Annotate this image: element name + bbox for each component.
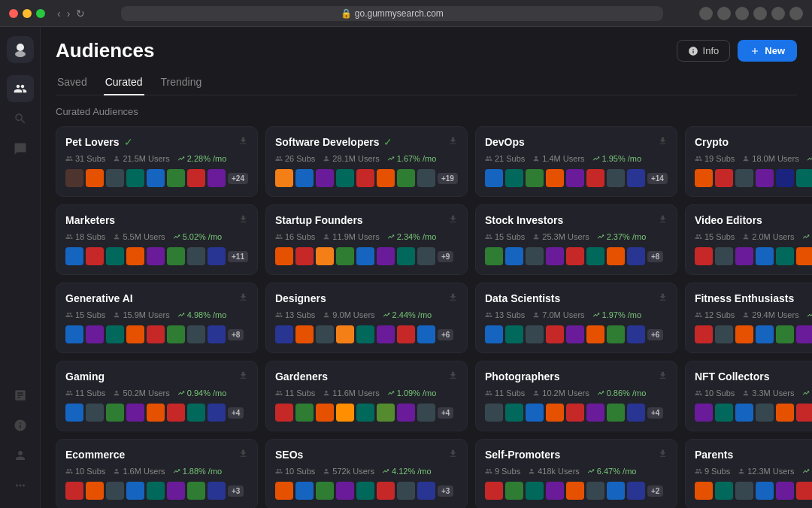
thumb [336, 404, 354, 422]
stat-growth: 1.97% /mo [592, 310, 642, 319]
thumb [377, 247, 395, 265]
card-photographers[interactable]: Photographers 11 Subs 10.2M Users 0.86% … [475, 361, 677, 431]
tab-saved[interactable]: Saved [56, 71, 89, 95]
thumb [695, 169, 713, 187]
sidebar-item-audiences[interactable] [7, 75, 34, 102]
card-seos[interactable]: SEOs 10 Subs 572k Users 4.12% /mo [265, 439, 468, 508]
app-logo[interactable] [7, 36, 34, 63]
forward-icon[interactable]: › [67, 8, 71, 20]
close-window-button[interactable] [9, 9, 18, 18]
card-designers[interactable]: Designers 13 Subs 9.0M Users 2.44% /mo [265, 283, 468, 353]
browser-extension-icon-6[interactable] [789, 7, 803, 20]
card-thumbnails: +8 [65, 325, 248, 343]
card-crypto[interactable]: Crypto 19 Subs 18.0M Users 2.18% /mo [685, 126, 812, 197]
card-export-icon[interactable] [658, 136, 668, 148]
stat-users: 7.0M Users [532, 310, 584, 319]
card-export-icon[interactable] [238, 449, 248, 461]
card-export-icon[interactable] [658, 214, 668, 226]
sidebar-item-more[interactable] [7, 472, 34, 499]
tab-curated[interactable]: Curated [104, 71, 144, 95]
back-icon[interactable]: ‹ [57, 8, 61, 20]
sidebar-item-messages[interactable] [7, 135, 34, 162]
card-export-icon[interactable] [448, 136, 458, 148]
card-thumbnails: +8 [695, 247, 812, 265]
browser-extension-icon-5[interactable] [771, 7, 785, 20]
browser-extension-icon-4[interactable] [753, 7, 767, 20]
card-export-icon[interactable] [658, 449, 668, 461]
card-video-editors[interactable]: Video Editors 15 Subs 2.0M Users 1.85% /… [685, 204, 812, 275]
card-header: Video Editors [695, 214, 812, 226]
sidebar-item-profile[interactable] [7, 442, 34, 469]
card-software-developers[interactable]: Software Developers ✓ 26 Subs 28.1M User… [265, 126, 468, 197]
tab-trending[interactable]: Trending [159, 71, 204, 95]
thumb [397, 482, 415, 500]
browser-extension-icon-2[interactable] [717, 7, 731, 20]
maximize-window-button[interactable] [36, 9, 45, 18]
card-self-promoters[interactable]: Self-Promoters 9 Subs 418k Users 6.47% /… [475, 439, 677, 508]
sidebar-item-analytics[interactable] [7, 382, 34, 409]
card-ecommerce[interactable]: Ecommerce 10 Subs 1.6M Users 1.88% /mo [56, 439, 258, 508]
card-startup-founders[interactable]: Startup Founders 16 Subs 11.9M Users 2.3… [265, 204, 468, 275]
thumb [715, 482, 733, 500]
thumb [756, 169, 774, 187]
info-button[interactable]: Info [677, 40, 731, 62]
thumb [627, 404, 645, 422]
card-export-icon[interactable] [658, 292, 668, 304]
sidebar-item-search[interactable] [7, 105, 34, 132]
browser-extension-icon-3[interactable] [735, 7, 749, 20]
card-stats: 19 Subs 18.0M Users 2.18% /mo [695, 154, 812, 163]
new-button[interactable]: New [738, 40, 797, 62]
card-export-icon[interactable] [238, 370, 248, 383]
stat-subs: 13 Subs [275, 310, 315, 319]
card-title: Video Editors [695, 214, 762, 226]
thumb [336, 482, 354, 500]
thumb [187, 482, 205, 500]
stat-users: 3.3M Users [742, 389, 794, 398]
thumb [106, 325, 124, 343]
browser-extension-icon[interactable] [699, 7, 713, 20]
card-export-icon[interactable] [448, 370, 458, 383]
card-stats: 15 Subs 15.9M Users 4.98% /mo [65, 310, 248, 319]
card-export-icon[interactable] [658, 370, 668, 383]
card-header: Fitness Enthusiasts [695, 292, 812, 304]
card-thumbnails: +6 [275, 325, 458, 343]
card-stock-investors[interactable]: Stock Investors 15 Subs 25.3M Users 2.37… [475, 204, 677, 275]
card-title-row: Gardeners [275, 370, 328, 383]
url-bar[interactable]: 🔒 go.gummysearch.com [121, 6, 663, 21]
card-pet-lovers[interactable]: Pet Lovers ✓ 31 Subs 21.5M Users 2.28% /… [56, 126, 258, 197]
card-export-icon[interactable] [238, 292, 248, 304]
stat-growth: 6.47% /mo [587, 467, 637, 476]
stat-subs: 12 Subs [695, 310, 735, 319]
card-marketers[interactable]: Marketers 18 Subs 5.5M Users 5.02% /mo [56, 204, 258, 275]
card-export-icon[interactable] [448, 449, 458, 461]
thumb [167, 325, 185, 343]
minimize-window-button[interactable] [23, 9, 32, 18]
thumb [586, 325, 604, 343]
card-export-icon[interactable] [238, 214, 248, 226]
card-export-icon[interactable] [448, 214, 458, 226]
thumb [397, 404, 415, 422]
card-title-row: Marketers [65, 214, 115, 226]
stat-users: 18.0M Users [742, 154, 798, 163]
thumb [505, 404, 523, 422]
thumb-more: +6 [647, 329, 663, 340]
card-nft-collectors[interactable]: NFT Collectors 10 Subs 3.3M Users 2.27% … [685, 361, 812, 431]
card-parents[interactable]: Parents 9 Subs 12.3M Users 2.13% /mo [685, 439, 812, 508]
header-actions: Info New [677, 40, 797, 62]
card-stats: 15 Subs 2.0M Users 1.85% /mo [695, 232, 812, 241]
card-export-icon[interactable] [448, 292, 458, 304]
card-export-icon[interactable] [238, 136, 248, 148]
card-data-scientists[interactable]: Data Scientists 13 Subs 7.0M Users 1.97%… [475, 283, 677, 353]
thumb [106, 169, 124, 187]
card-devops[interactable]: DevOps 21 Subs 1.4M Users 1.95% /mo [475, 126, 677, 197]
thumb [377, 169, 395, 187]
card-gaming[interactable]: Gaming 11 Subs 50.2M Users 0.94% /mo [56, 361, 258, 431]
card-gardeners[interactable]: Gardeners 11 Subs 11.6M Users 1.09% /mo [265, 361, 468, 431]
refresh-icon[interactable]: ↻ [76, 8, 85, 20]
thumb [546, 404, 564, 422]
card-fitness-enthusiasts[interactable]: Fitness Enthusiasts 12 Subs 29.4M Users … [685, 283, 812, 353]
stat-growth: 1.88% /mo [173, 467, 223, 476]
sidebar-item-info[interactable] [7, 412, 34, 439]
card-generative-ai[interactable]: Generative AI 15 Subs 15.9M Users 4.98% … [56, 283, 258, 353]
thumb [208, 169, 226, 187]
